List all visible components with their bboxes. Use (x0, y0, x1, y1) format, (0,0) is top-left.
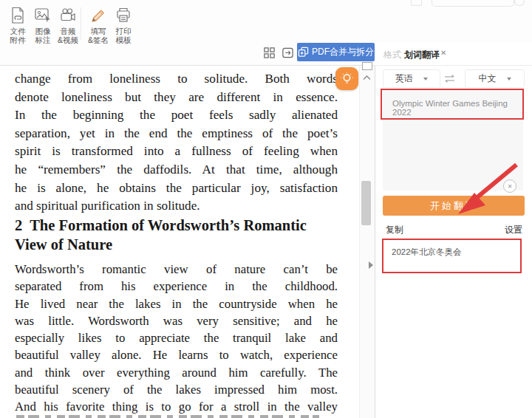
document-scrollbar[interactable] (359, 66, 375, 418)
titlebar-avatar-stub[interactable] (514, 0, 525, 6)
annotation-arrow (440, 160, 525, 222)
document-text-line: change from loneliness to solitude. Both… (15, 70, 338, 89)
pdf-merge-split-label: PDF合并与拆分 (312, 46, 374, 58)
video-camera-icon (53, 6, 83, 25)
printer-icon (109, 6, 138, 25)
document-text-line: Wordsworth’s romantic view of nature can… (15, 261, 338, 278)
document-text-line: He lived near the lakes in the countrysi… (15, 295, 338, 312)
document-text-line: beautiful valley alone. He learns to wat… (15, 346, 338, 363)
tab-translate[interactable]: 划词翻译 (404, 49, 440, 61)
grid-view-button[interactable] (262, 47, 276, 61)
settings-button[interactable]: 设置 (505, 224, 522, 236)
merge-split-icon (298, 47, 309, 58)
target-language-select[interactable]: 中文 (465, 69, 525, 88)
document-text-line: beautiful scenery of the lakes impressed… (15, 381, 338, 398)
document-text-line: especially likes to appreciate the tranq… (15, 329, 338, 346)
scroll-up-arrow[interactable] (362, 70, 372, 83)
scrollbar-thumb[interactable] (361, 181, 371, 225)
document-section-heading: 2 The Formation of Wordsworth’s Romantic… (15, 216, 338, 254)
document-text-line: he “remembers” the daffodils. At that ti… (15, 161, 338, 179)
chevron-down-icon (423, 78, 428, 80)
pdf-merge-split-button[interactable]: PDF合并与拆分 (297, 43, 375, 61)
document-paragraph: change from loneliness to solitude. Both… (15, 70, 338, 216)
heading-text-line: 2 The Formation of Wordsworth’s Romantic (15, 216, 338, 235)
toolbar-label: 打印 (109, 27, 138, 35)
toolbar-divider (81, 7, 81, 40)
scrollbar-page-indicator (362, 62, 372, 70)
toolbar-print-template-button[interactable]: 打印模板 (109, 6, 138, 44)
chevron-down-icon (507, 78, 511, 80)
source-language-value: 英语 (395, 72, 413, 85)
clipped-text-line (16, 415, 319, 418)
document-text-line: separated from his experience in the chi… (15, 278, 338, 295)
pdf-document-page[interactable]: change from loneliness to solitude. Both… (0, 66, 359, 418)
document-text-line: And his favorite thing is to go for a st… (15, 398, 338, 415)
document-paragraph: Wordsworth’s romantic view of nature can… (15, 261, 338, 416)
document-text-line: separation, yet in the end the emptiness… (15, 125, 338, 143)
tab-close-icon[interactable]: ✕ (440, 49, 446, 57)
document-text-line: and think over everything around him car… (15, 364, 338, 381)
document-text-line: he is alone, he obtains the particular j… (15, 179, 338, 198)
panel-collapse-arrow[interactable] (369, 261, 373, 269)
copy-button[interactable]: 复制 (386, 224, 403, 236)
toolbar-label: &视频 (53, 35, 83, 44)
document-text-line: and spiritual purification in solitude. (15, 197, 338, 216)
page-swap-icon (282, 47, 294, 62)
lightbulb-icon (339, 71, 355, 86)
translation-result-value: 2022年北京冬奥会 (392, 247, 462, 258)
titlebar-search-stub[interactable] (432, 0, 514, 7)
document-text-line: was little. Wordsworth was very sensitiv… (15, 312, 338, 329)
target-language-value: 中文 (479, 72, 497, 85)
grid-icon (263, 47, 276, 62)
swap-languages-button[interactable] (443, 73, 456, 86)
toolbar-label: 音频 (53, 27, 83, 35)
source-text-value: Olympic Winter Games Beijing 2022 (392, 99, 518, 117)
heading-text-line: View of Nature (15, 235, 338, 254)
tips-lightbulb-button[interactable] (335, 67, 358, 90)
document-text-line: In the beginning the poet feels sadly al… (15, 106, 338, 125)
document-text-line: spirit is transformed into a fullness of… (15, 143, 338, 161)
titlebar-control[interactable] (411, 0, 422, 6)
toolbar-label: 模板 (109, 35, 138, 44)
toolbar-audio-video-button[interactable]: 音频&视频 (53, 6, 83, 44)
tab-format[interactable]: 格式 (383, 49, 401, 61)
source-language-select[interactable]: 英语 (383, 69, 440, 88)
page-swap-button[interactable] (280, 47, 295, 61)
document-text-line: denote loneliness but they are different… (15, 89, 338, 107)
